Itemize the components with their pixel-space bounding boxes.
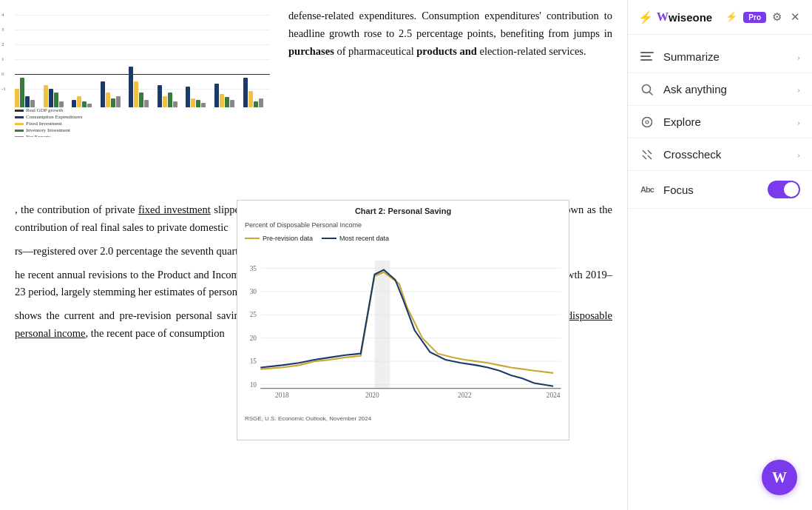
ask-label: Ask anything <box>663 83 788 95</box>
wiseone-logo: ⚡ W wiseone <box>638 10 721 24</box>
svg-line-28 <box>648 155 652 159</box>
svg-text:30: 30 <box>250 288 257 295</box>
wiseone-name: wiseone <box>669 11 712 24</box>
svg-rect-18 <box>640 52 654 53</box>
svg-rect-20 <box>640 59 652 61</box>
wiseone-w: W <box>657 10 669 24</box>
y-label-neg1: -1 <box>1 85 6 93</box>
chart2-legend-recent: Most recent data <box>322 233 389 244</box>
y-label-4: 4 <box>1 11 4 19</box>
pro-badge: Pro <box>743 12 766 23</box>
svg-line-22 <box>650 92 653 95</box>
chart1-container: 4 3 2 1 0 -1 <box>0 0 274 137</box>
legend-recent-label: Most recent data <box>339 233 389 244</box>
fab-label: W <box>772 469 787 486</box>
legend-prerevision-line <box>245 238 260 239</box>
main-content: 4 3 2 1 0 -1 <box>0 0 627 510</box>
explore-icon <box>640 116 654 128</box>
summarize-label: Summarize <box>663 50 788 63</box>
text-top-right: defense-related expenditures. Consumptio… <box>288 7 612 61</box>
crosscheck-label: Crosscheck <box>663 148 788 161</box>
toggle-knob <box>784 182 799 197</box>
focus-label: Focus <box>663 184 759 196</box>
y-label-2: 2 <box>1 41 4 49</box>
pro-lightning-icon: ⚡ <box>725 11 737 23</box>
svg-line-25 <box>643 150 646 154</box>
svg-text:20: 20 <box>250 335 257 342</box>
fixed-investment-link[interactable]: fixed investment <box>138 204 211 215</box>
close-button[interactable]: ✕ <box>789 9 802 25</box>
chart2-container: Chart 2: Personal Saving Percent of Disp… <box>237 200 569 440</box>
chart2-legend-prerevision: Pre-revision data <box>245 233 313 244</box>
svg-text:2024: 2024 <box>547 392 561 400</box>
svg-text:25: 25 <box>250 312 257 319</box>
explore-label: Explore <box>663 115 788 128</box>
y-label-1: 1 <box>1 56 4 64</box>
chart2-title: Chart 2: Personal Saving <box>237 201 569 220</box>
svg-line-27 <box>643 155 646 159</box>
focus-toggle[interactable] <box>768 181 800 198</box>
y-label-3: 3 <box>1 26 4 34</box>
menu-item-focus: Abc Focus <box>628 171 812 209</box>
svg-text:15: 15 <box>250 358 257 366</box>
svg-point-21 <box>643 84 651 93</box>
wiseone-menu: Summarize › Ask anything › Explore › <box>628 35 812 266</box>
wiseone-fab[interactable]: W <box>762 460 797 495</box>
chart2-legend: Pre-revision data Most recent data <box>237 232 569 245</box>
svg-text:2022: 2022 <box>458 392 472 400</box>
menu-item-summarize[interactable]: Summarize › <box>628 41 812 73</box>
menu-item-crosscheck[interactable]: Crosscheck › <box>628 138 812 171</box>
svg-text:35: 35 <box>250 265 257 272</box>
crosscheck-icon <box>640 149 654 161</box>
svg-point-24 <box>646 121 649 124</box>
paragraph-defense: defense-related expenditures. Consumptio… <box>288 7 612 61</box>
wiseone-panel: ⚡ W wiseone ⚡ Pro ⚙ ✕ Summarize › Ask an… <box>627 0 812 510</box>
focus-icon: Abc <box>640 185 654 194</box>
chart2-svg: 35 30 25 20 15 10 2018 2020 2022 2024 <box>237 245 569 408</box>
explore-chevron: › <box>797 116 800 128</box>
menu-item-ask[interactable]: Ask anything › <box>628 73 812 106</box>
chart2-source: RSGE, U.S. Economic Outlook, November 20… <box>237 413 569 426</box>
lightning-icon: ⚡ <box>638 10 653 24</box>
ask-icon <box>640 84 654 95</box>
legend-prerevision-label: Pre-revision data <box>263 233 313 244</box>
ask-chevron: › <box>797 84 800 95</box>
svg-line-26 <box>648 150 652 154</box>
wiseone-header: ⚡ W wiseone ⚡ Pro ⚙ ✕ <box>628 0 812 35</box>
svg-rect-12 <box>374 261 390 389</box>
svg-point-23 <box>643 117 652 127</box>
summarize-icon <box>640 52 654 62</box>
svg-rect-19 <box>640 56 651 57</box>
svg-text:2018: 2018 <box>275 392 289 400</box>
menu-item-explore[interactable]: Explore › <box>628 106 812 138</box>
crosscheck-chevron: › <box>797 149 800 161</box>
legend-recent-line <box>322 238 336 239</box>
summarize-chevron: › <box>797 51 800 63</box>
chart1-legend: Real GDP growth Consumption Expenditures… <box>0 107 274 137</box>
settings-button[interactable]: ⚙ <box>771 9 783 25</box>
y-label-0: 0 <box>1 70 4 78</box>
svg-text:10: 10 <box>250 381 257 389</box>
chart2-subtitle: Percent of Disposable Personal Income <box>237 220 569 232</box>
header-icons: ⚙ ✕ <box>771 9 802 25</box>
svg-text:2020: 2020 <box>365 392 379 400</box>
